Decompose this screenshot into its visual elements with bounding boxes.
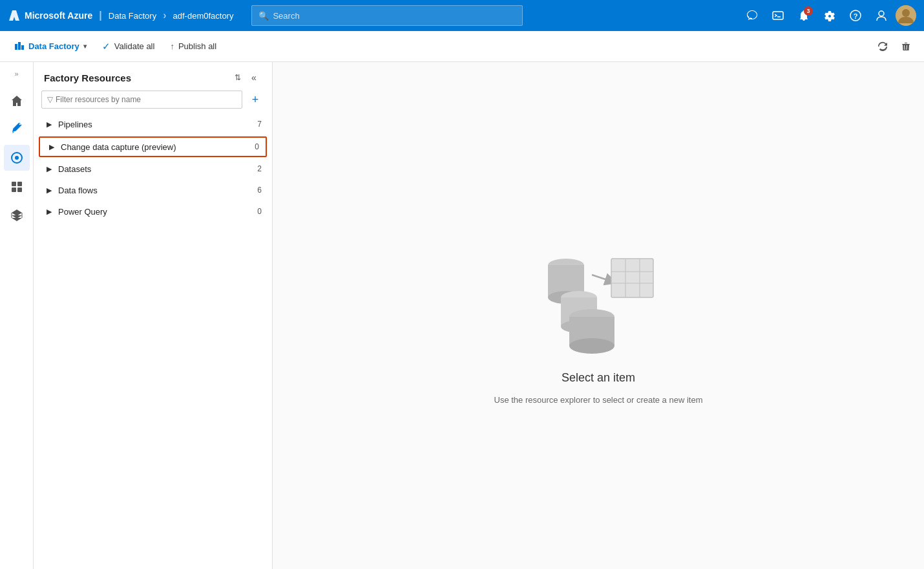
- resource-item-pipelines[interactable]: ▶ Pipelines 7: [34, 114, 272, 135]
- svg-rect-2: [773, 12, 783, 19]
- svg-rect-10: [18, 42, 21, 50]
- cloud-shell-icon[interactable]: [766, 4, 790, 27]
- resource-item-change-data-capture[interactable]: ▶ Change data capture (preview) 0: [39, 136, 267, 157]
- search-input[interactable]: [273, 11, 516, 21]
- feedback-icon[interactable]: [740, 4, 764, 27]
- filter-icon: ▽: [47, 95, 53, 104]
- resource-count-datasets: 2: [249, 164, 262, 173]
- expand-chevron-dataflows: ▶: [44, 185, 54, 195]
- publish-icon: ↑: [170, 41, 174, 51]
- validate-all-button[interactable]: ✓ Validate all: [96, 38, 162, 55]
- account-icon[interactable]: [870, 4, 893, 27]
- resource-name-datasets: Datasets: [58, 164, 249, 174]
- svg-point-31: [569, 338, 614, 354]
- filter-input-wrapper[interactable]: ▽: [41, 91, 242, 109]
- main-content: Select an item Use the resource explorer…: [273, 62, 924, 569]
- brand-name: Microsoft Azure: [25, 10, 92, 21]
- resources-header: Factory Resources ⇅ «: [34, 62, 272, 91]
- expand-chevron-powerquery: ▶: [44, 206, 54, 217]
- validate-icon: ✓: [102, 41, 110, 52]
- topbar-breadcrumb-arrow: ›: [163, 10, 166, 21]
- resource-name-pipelines: Pipelines: [58, 120, 249, 129]
- avatar[interactable]: [896, 5, 916, 26]
- resource-item-power-query[interactable]: ▶ Power Query 0: [34, 201, 272, 222]
- expand-chevron-datasets: ▶: [44, 164, 54, 174]
- resources-title: Factory Resources: [44, 72, 220, 83]
- nav-learn[interactable]: [4, 202, 30, 228]
- svg-rect-9: [15, 44, 17, 50]
- resources-filter-bar: ▽ +: [34, 91, 272, 114]
- factory-icon: [14, 40, 25, 52]
- add-icon: +: [252, 93, 259, 107]
- svg-rect-15: [17, 182, 22, 186]
- nav-author[interactable]: [4, 116, 30, 142]
- svg-point-8: [902, 9, 910, 17]
- topbar-icons: 3 ?: [740, 4, 916, 27]
- resource-name-cdc: Change data capture (preview): [61, 142, 246, 152]
- filter-input[interactable]: [56, 95, 236, 104]
- notifications-icon[interactable]: 3: [792, 4, 815, 27]
- subtoolbar-right-actions: [872, 36, 916, 57]
- factory-dropdown-icon: ▾: [83, 43, 87, 50]
- expand-chevron-pipelines: ▶: [44, 119, 54, 129]
- svg-rect-17: [17, 188, 22, 192]
- expand-chevron-cdc: ▶: [47, 142, 57, 152]
- topbar-breadcrumb2[interactable]: adf-dem0factory: [173, 11, 234, 21]
- refresh-button[interactable]: [872, 36, 893, 57]
- sort-icon[interactable]: ⇅: [226, 70, 241, 85]
- add-resource-button[interactable]: +: [246, 91, 264, 109]
- topbar-separator: |: [99, 10, 101, 21]
- resource-name-powerquery: Power Query: [58, 207, 249, 217]
- avatar-initials: [896, 5, 916, 26]
- azure-logo-icon: [8, 9, 21, 22]
- publish-all-button[interactable]: ↑ Publish all: [163, 39, 223, 54]
- nav-manage[interactable]: [4, 173, 30, 199]
- resource-count-powerquery: 0: [249, 207, 262, 216]
- svg-rect-16: [12, 188, 16, 192]
- topbar-brand: Microsoft Azure | Data Factory › adf-dem…: [8, 9, 233, 22]
- nav-monitor[interactable]: [4, 145, 30, 171]
- svg-rect-21: [611, 259, 653, 297]
- resource-item-data-flows[interactable]: ▶ Data flows 6: [34, 180, 272, 201]
- svg-rect-11: [21, 45, 24, 50]
- help-icon[interactable]: ?: [844, 4, 867, 27]
- main-layout: » Factory Resources ⇅ «: [0, 62, 924, 569]
- topbar-breadcrumb1[interactable]: Data Factory: [109, 11, 156, 21]
- resource-count-pipelines: 7: [249, 120, 262, 129]
- side-nav: »: [0, 62, 34, 569]
- factory-selector-button[interactable]: Data Factory ▾: [8, 38, 93, 55]
- empty-state: Select an item Use the resource explorer…: [494, 226, 703, 405]
- search-icon: 🔍: [258, 11, 269, 21]
- topbar: Microsoft Azure | Data Factory › adf-dem…: [0, 0, 924, 31]
- factory-name-label: Data Factory: [28, 41, 79, 51]
- validate-label: Validate all: [114, 41, 155, 51]
- resource-count-dataflows: 6: [249, 186, 262, 195]
- resource-name-dataflows: Data flows: [58, 186, 249, 195]
- delete-button[interactable]: [896, 36, 916, 57]
- resource-count-cdc: 0: [246, 142, 259, 151]
- resources-panel: Factory Resources ⇅ « ▽ + ▶ Pipelines: [34, 62, 273, 569]
- nav-home[interactable]: [4, 88, 30, 114]
- collapse-panel-icon[interactable]: «: [246, 70, 262, 85]
- collapse-toggle[interactable]: »: [9, 67, 25, 80]
- settings-icon[interactable]: [818, 4, 841, 27]
- notification-badge: 3: [804, 6, 813, 16]
- svg-rect-14: [12, 182, 16, 186]
- svg-point-13: [15, 156, 19, 160]
- svg-text:?: ?: [854, 12, 858, 20]
- resource-list: ▶ Pipelines 7 ▶ Change data capture (pre…: [34, 114, 272, 569]
- publish-label: Publish all: [178, 41, 216, 51]
- empty-state-illustration: [527, 226, 669, 356]
- svg-point-6: [879, 11, 884, 16]
- subtoolbar: Data Factory ▾ ✓ Validate all ↑ Publish …: [0, 31, 924, 62]
- empty-state-subtitle: Use the resource explorer to select or c…: [494, 395, 703, 405]
- empty-state-title: Select an item: [562, 371, 635, 385]
- search-bar[interactable]: 🔍: [251, 5, 523, 26]
- resource-item-datasets[interactable]: ▶ Datasets 2: [34, 158, 272, 180]
